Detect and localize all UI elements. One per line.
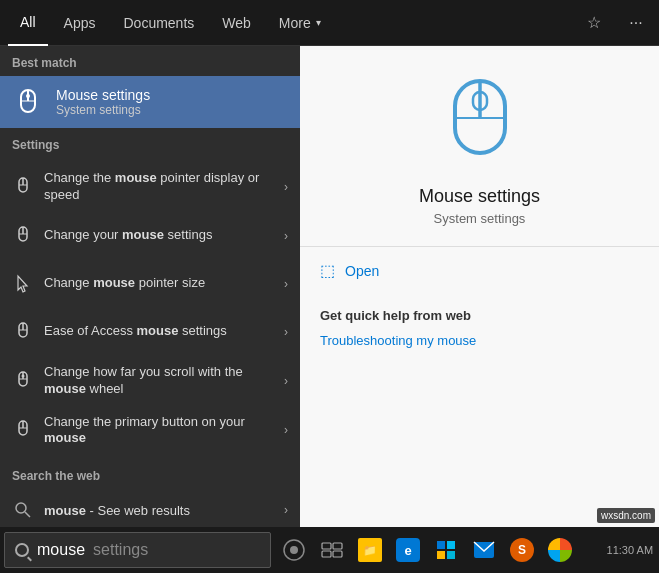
settings-item-text: Change how far you scroll with the mouse… xyxy=(44,364,274,398)
edge-browser-icon[interactable]: e xyxy=(389,527,427,573)
taskbar-search-box[interactable]: mouse settings xyxy=(4,532,271,568)
tab-more[interactable]: More ▾ xyxy=(267,0,333,46)
open-label: Open xyxy=(345,263,379,279)
tab-all[interactable]: All xyxy=(8,0,48,46)
settings-item-scroll-wheel[interactable]: Change how far you scroll with the mouse… xyxy=(0,356,300,406)
tab-documents[interactable]: Documents xyxy=(111,0,206,46)
svg-rect-30 xyxy=(322,551,331,557)
app-title: Mouse settings xyxy=(419,186,540,207)
chevron-right-icon: › xyxy=(284,229,288,243)
settings-item-text: Change the mouse pointer display or spee… xyxy=(44,170,274,204)
tab-web[interactable]: Web xyxy=(210,0,263,46)
more-options-icon[interactable]: ··· xyxy=(621,8,651,38)
right-app-info: Mouse settings System settings xyxy=(300,46,659,246)
settings-item-pointer-size[interactable]: Change mouse pointer size › xyxy=(0,260,300,308)
colorful-app-icon[interactable] xyxy=(541,527,579,573)
svg-rect-31 xyxy=(333,551,342,557)
svg-point-16 xyxy=(22,374,25,377)
settings-item-text: Change your mouse settings xyxy=(44,227,274,244)
chevron-right-icon: › xyxy=(284,277,288,291)
file-folder-icon: 📁 xyxy=(358,538,382,562)
chevron-right-icon: › xyxy=(284,423,288,437)
search-icon xyxy=(15,543,29,557)
mouse-pointer-icon xyxy=(12,176,34,198)
mouse-icon xyxy=(12,225,34,247)
taskbar: mouse settings 📁 e xyxy=(0,527,659,573)
web-section-label: Search the web xyxy=(0,459,300,489)
best-match-text: Mouse settings System settings xyxy=(56,87,150,117)
settings-item-pointer-speed[interactable]: Change the mouse pointer display or spee… xyxy=(0,162,300,212)
svg-rect-32 xyxy=(437,541,445,549)
svg-rect-29 xyxy=(333,543,342,549)
web-search-item[interactable]: mouse - See web results › xyxy=(0,489,300,527)
chevron-right-icon: › xyxy=(284,503,288,517)
app-subtitle: System settings xyxy=(434,211,526,226)
best-match-subtitle: System settings xyxy=(56,103,150,117)
quick-help-link[interactable]: Troubleshooting my mouse xyxy=(320,331,639,350)
mouse-large-icon xyxy=(440,76,520,170)
best-match-item[interactable]: Mouse settings System settings xyxy=(0,76,300,128)
task-view-icon[interactable] xyxy=(313,527,351,573)
right-panel: Mouse settings System settings ⬚ Open Ge… xyxy=(300,46,659,527)
mail-icon[interactable] xyxy=(465,527,503,573)
chevron-right-icon: › xyxy=(284,325,288,339)
ease-access-mouse-icon xyxy=(12,321,34,343)
settings-item-ease-access[interactable]: Ease of Access mouse settings › xyxy=(0,308,300,356)
svg-rect-34 xyxy=(437,551,445,559)
settings-item-mouse-settings[interactable]: Change your mouse settings › xyxy=(0,212,300,260)
svg-rect-35 xyxy=(447,551,455,559)
chevron-right-icon: › xyxy=(284,374,288,388)
svg-point-3 xyxy=(26,94,30,98)
search-icon xyxy=(12,499,34,521)
settings-items-list: Change the mouse pointer display or spee… xyxy=(0,158,300,459)
nav-tab-list: All Apps Documents Web More ▾ xyxy=(8,0,579,46)
best-match-label: Best match xyxy=(0,46,300,76)
open-icon: ⬚ xyxy=(320,261,335,280)
settings-item-text: Change the primary button on your mouse xyxy=(44,414,274,448)
mouse-button-icon xyxy=(12,419,34,441)
settings-item-text: Change mouse pointer size xyxy=(44,275,274,292)
edge-icon: e xyxy=(396,538,420,562)
svg-point-27 xyxy=(290,546,298,554)
settings-label: Settings xyxy=(0,128,300,158)
nav-icon-group: ☆ ··· xyxy=(579,8,651,38)
svg-rect-33 xyxy=(447,541,455,549)
taskbar-right: 11:30 AM xyxy=(579,527,659,573)
orange-app-icon[interactable]: S xyxy=(503,527,541,573)
mouse-settings-icon xyxy=(12,86,44,118)
chevron-down-icon: ▾ xyxy=(316,17,321,28)
quick-help-title: Get quick help from web xyxy=(320,308,639,323)
system-tray[interactable]: 11:30 AM xyxy=(579,527,659,573)
settings-item-primary-button[interactable]: Change the primary button on your mouse … xyxy=(0,406,300,456)
watermark: wxsdn.com xyxy=(597,508,655,523)
best-match-title: Mouse settings xyxy=(56,87,150,103)
chevron-right-icon: › xyxy=(284,180,288,194)
top-navigation: All Apps Documents Web More ▾ ☆ ··· xyxy=(0,0,659,46)
svg-rect-28 xyxy=(322,543,331,549)
file-explorer-icon[interactable]: 📁 xyxy=(351,527,389,573)
svg-line-21 xyxy=(25,512,30,517)
tab-apps[interactable]: Apps xyxy=(52,0,108,46)
search-typed-text: mouse xyxy=(37,541,85,559)
main-content: Best match Mouse settings System setting… xyxy=(0,46,659,527)
mouse-pointer-size-icon xyxy=(12,273,34,295)
mouse-scroll-icon xyxy=(12,370,34,392)
left-panel: Best match Mouse settings System setting… xyxy=(0,46,300,527)
open-button[interactable]: ⬚ Open xyxy=(300,246,659,294)
svg-point-20 xyxy=(16,503,26,513)
search-placeholder-text: settings xyxy=(93,541,148,559)
settings-item-text: Ease of Access mouse settings xyxy=(44,323,274,340)
web-search-text: mouse - See web results xyxy=(44,503,190,518)
store-icon[interactable] xyxy=(427,527,465,573)
feedback-icon[interactable]: ☆ xyxy=(579,8,609,38)
start-circle-icon[interactable] xyxy=(275,527,313,573)
quick-help-section: Get quick help from web Troubleshooting … xyxy=(300,294,659,356)
